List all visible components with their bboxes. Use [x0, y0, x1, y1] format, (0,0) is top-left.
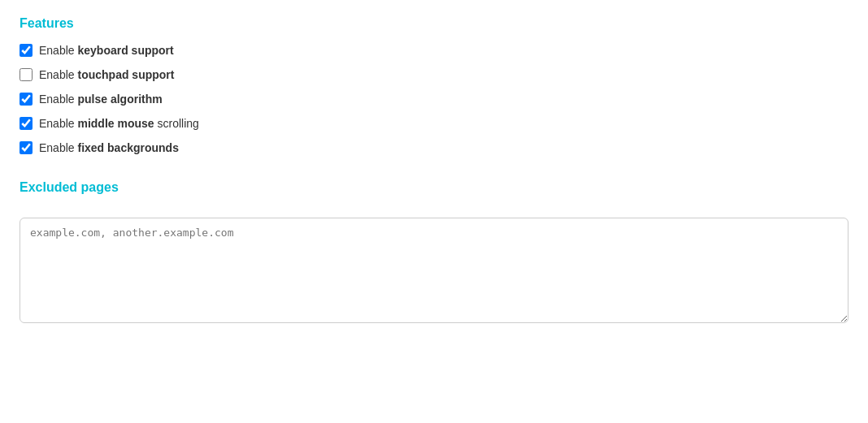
fixed-backgrounds-label[interactable]: Enable fixed backgrounds — [39, 141, 179, 154]
fixed-backgrounds-checkbox[interactable] — [20, 141, 33, 154]
middle-mouse-bold: middle mouse — [77, 117, 154, 130]
excluded-pages-title: Excluded pages — [20, 180, 848, 195]
keyboard-support-bold: keyboard support — [77, 44, 173, 57]
pulse-algorithm-bold: pulse algorithm — [77, 93, 162, 106]
touchpad-support-bold: touchpad support — [77, 68, 174, 81]
pulse-algorithm-checkbox[interactable] — [20, 93, 33, 106]
touchpad-support-label[interactable]: Enable touchpad support — [39, 68, 174, 81]
middle-mouse-scrolling-label[interactable]: Enable middle mouse scrolling — [39, 117, 199, 130]
excluded-pages-section: Excluded pages — [20, 180, 848, 326]
keyboard-support-label[interactable]: Enable keyboard support — [39, 44, 174, 57]
keyboard-support-checkbox[interactable] — [20, 44, 33, 57]
features-section: Features Enable keyboard support Enable … — [20, 16, 848, 154]
fixed-backgrounds-bold: fixed backgrounds — [77, 141, 178, 154]
feature-item-pulse-algorithm: Enable pulse algorithm — [20, 93, 848, 106]
features-section-title: Features — [20, 16, 848, 31]
feature-item-touchpad-support: Enable touchpad support — [20, 68, 848, 81]
feature-item-keyboard-support: Enable keyboard support — [20, 44, 848, 57]
pulse-algorithm-label[interactable]: Enable pulse algorithm — [39, 93, 163, 106]
excluded-pages-textarea[interactable] — [20, 218, 848, 323]
middle-mouse-scrolling-checkbox[interactable] — [20, 117, 33, 130]
feature-item-fixed-backgrounds: Enable fixed backgrounds — [20, 141, 848, 154]
touchpad-support-checkbox[interactable] — [20, 68, 33, 81]
feature-item-middle-mouse-scrolling: Enable middle mouse scrolling — [20, 117, 848, 130]
